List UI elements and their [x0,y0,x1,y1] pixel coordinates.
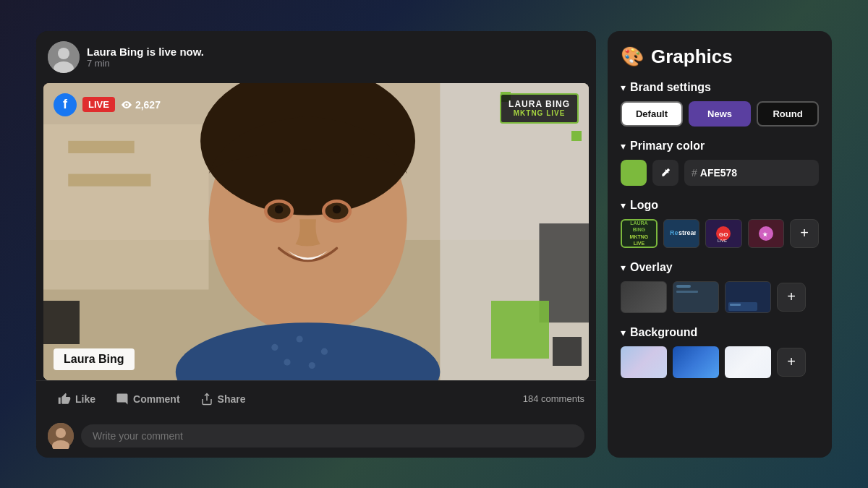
primary-color-label: Primary color [630,140,705,153]
brand-chevron-icon: ▾ [621,82,626,93]
svg-point-19 [271,343,278,350]
post-meta: Laura Bing is live now. 7 min [87,46,204,69]
svg-text:★: ★ [762,231,768,238]
avatar [48,41,80,73]
svg-text:stream: stream [678,229,696,236]
brand-settings-header[interactable]: ▾ Brand settings [621,81,819,94]
primary-color-header[interactable]: ▾ Primary color [621,140,819,153]
svg-point-24 [125,103,127,106]
logo-label: Logo [630,199,658,212]
svg-point-17 [333,205,341,213]
like-button[interactable]: Like [48,388,106,410]
add-logo-button[interactable]: + [790,219,819,248]
overlay-content: + [621,281,819,313]
eyedropper-button[interactable] [652,160,678,186]
primary-color-section: ▾ Primary color # AFE578 [621,140,819,186]
overlay-thumb-1[interactable] [621,281,667,313]
primary-color-content: # AFE578 [621,160,819,186]
name-overlay: Laura Bing [54,348,135,370]
comment-input-row [36,417,596,458]
overlay-thumb-3[interactable] [725,281,771,313]
logo-chevron-icon: ▾ [621,200,626,211]
brand-default-button[interactable]: Default [621,101,683,127]
background-content: + [621,346,819,378]
logo-content: LAURA BINGMKTNG LIVE Re stream GO LIVE [621,219,819,248]
svg-point-22 [284,359,290,365]
svg-text:GO: GO [719,231,728,238]
color-row: # AFE578 [621,160,819,186]
overlay-label: Overlay [630,261,673,274]
svg-point-1 [58,48,69,59]
svg-point-16 [275,205,283,213]
bg-thumb-3[interactable] [725,346,771,378]
post-time: 7 min [87,58,204,69]
add-background-button[interactable]: + [777,348,806,377]
color-chevron-icon: ▾ [621,140,626,152]
svg-point-21 [321,348,328,354]
video-controls: f LIVE 2,627 [54,93,161,116]
graphics-header: 🎨 Graphics [621,46,819,68]
brand-round-button[interactable]: Round [757,101,819,127]
brand-news-button[interactable]: News [689,101,751,127]
live-badge: LIVE [82,97,115,112]
comment-button[interactable]: Comment [106,388,190,410]
deco-dark-1 [43,301,80,344]
palette-icon: 🎨 [621,46,644,68]
brand-settings-label: Brand settings [630,81,711,94]
background-label: Background [630,326,697,339]
svg-point-23 [309,362,315,369]
overlay-thumb-2[interactable] [673,281,719,313]
logo-thumb-4[interactable]: ★ [748,219,784,248]
share-icon [200,393,213,406]
hex-input-group: # AFE578 [684,160,819,186]
brand-settings-section: ▾ Brand settings Default News Round [621,81,819,127]
facebook-icon: f [54,93,77,116]
svg-rect-6 [68,140,134,153]
post-author: Laura Bing is live now. [87,46,204,58]
background-header[interactable]: ▾ Background [621,326,819,339]
video-container: f LIVE 2,627 LAURA BING MKTNG LIVE [43,83,589,380]
svg-rect-40 [730,304,741,306]
bg-thumb-2[interactable] [673,346,719,378]
deco-green-big [491,301,549,359]
brand-settings-content: Default News Round [621,101,819,127]
view-count: 2,627 [121,99,161,111]
commenter-avatar [48,423,74,449]
svg-rect-39 [728,302,757,311]
hex-value[interactable]: AFE578 [700,167,737,179]
logo-section: ▾ Logo LAURA BINGMKTNG LIVE Re stream [621,199,819,248]
logo-row: LAURA BINGMKTNG LIVE Re stream GO LIVE [621,219,819,248]
eyedropper-icon [660,167,671,179]
svg-point-26 [56,428,66,438]
share-button[interactable]: Share [190,388,256,410]
right-panel: 🎨 Graphics ▾ Brand settings Default News… [608,31,832,458]
add-overlay-button[interactable]: + [777,283,806,312]
color-swatch[interactable] [621,160,647,186]
comment-input[interactable] [81,424,584,448]
brand-buttons: Default News Round [621,101,819,127]
svg-rect-7 [68,174,150,186]
overlay-header[interactable]: ▾ Overlay [621,261,819,274]
logo-name-text: LAURA BING [509,99,570,109]
logo-thumb-3[interactable]: GO LIVE [705,219,741,248]
svg-text:Re: Re [670,229,678,236]
logo-thumb-1[interactable]: LAURA BINGMKTNG LIVE [621,219,658,248]
overlay-chevron-icon: ▾ [621,262,626,273]
hex-hash: # [692,167,697,179]
comment-icon [116,393,129,406]
svg-rect-37 [676,291,698,293]
eye-icon [121,99,132,111]
logo-header[interactable]: ▾ Logo [621,199,819,212]
deco-dark-2 [553,337,582,366]
background-section: ▾ Background + [621,326,819,378]
bg-thumb-1[interactable] [621,346,667,378]
comments-count: 184 comments [523,393,584,404]
svg-point-20 [297,335,303,342]
post-actions: Like Comment Share 184 comments [36,380,596,417]
left-panel: Laura Bing is live now. 7 min [36,31,596,458]
logo-thumb-2[interactable]: Re stream [663,219,699,248]
logo-sub-text: MKTNG LIVE [509,109,570,118]
like-icon [58,393,71,406]
post-header: Laura Bing is live now. 7 min [36,31,596,83]
svg-text:LIVE: LIVE [718,239,727,243]
